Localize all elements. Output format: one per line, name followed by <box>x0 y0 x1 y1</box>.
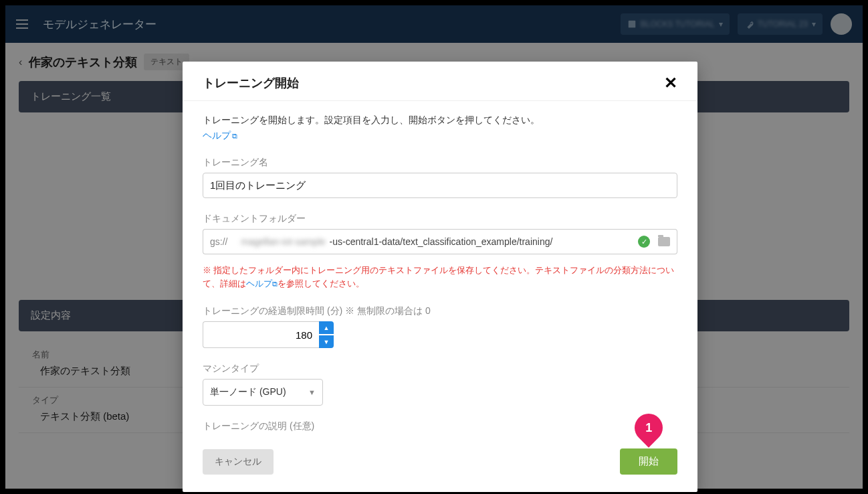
folder-warning: ※ 指定したフォルダー内にトレーニング用のテキストファイルを保存してください。テ… <box>203 264 677 291</box>
folder-icon[interactable] <box>658 237 670 246</box>
document-folder-input[interactable]: magellan-iot-sample-us-central1-data/tex… <box>234 229 677 254</box>
time-limit-label: トレーニングの経過制限時間 (分) ※ 無制限の場合は 0 <box>203 305 677 317</box>
machine-type-label: マシンタイプ <box>203 363 677 375</box>
cancel-button[interactable]: キャンセル <box>203 449 274 475</box>
check-icon: ✓ <box>638 236 650 248</box>
close-icon[interactable]: ✕ <box>664 75 677 91</box>
external-link-icon: ⧉ <box>272 280 278 288</box>
training-start-modal: トレーニング開始 ✕ トレーニングを開始します。設定項目を入力し、開始ボタンを押… <box>183 62 697 492</box>
training-name-input[interactable] <box>203 173 677 198</box>
modal-description: トレーニングを開始します。設定項目を入力し、開始ボタンを押してください。 <box>203 114 677 127</box>
spinner-up-button[interactable]: ▲ <box>319 321 334 334</box>
chevron-down-icon: ▼ <box>308 388 316 396</box>
gs-prefix: gs:// <box>203 229 234 254</box>
time-limit-input[interactable] <box>203 321 319 348</box>
warning-help-link[interactable]: ヘルプ⧉ <box>246 279 278 289</box>
callout-pin: 1 <box>629 408 668 447</box>
machine-type-select[interactable]: 単一ノード (GPU) ▼ <box>203 379 323 406</box>
description-label: トレーニングの説明 (任意) <box>203 420 677 432</box>
external-link-icon: ⧉ <box>232 132 237 141</box>
help-link[interactable]: ヘルプ⧉ <box>203 130 237 142</box>
document-folder-label: ドキュメントフォルダー <box>203 213 677 225</box>
start-button[interactable]: 1 開始 <box>620 448 677 475</box>
modal-title: トレーニング開始 <box>203 75 299 91</box>
training-name-label: トレーニング名 <box>203 157 677 169</box>
spinner-down-button[interactable]: ▼ <box>319 335 334 348</box>
